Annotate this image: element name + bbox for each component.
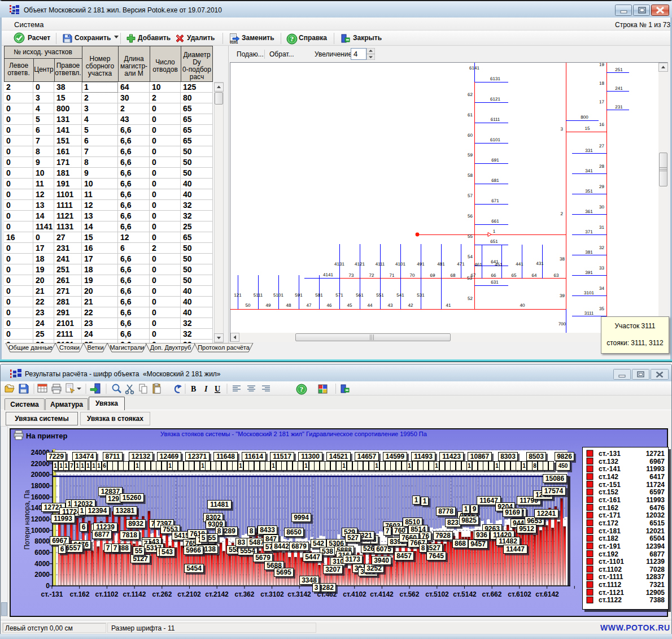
svg-text:35: 35 bbox=[599, 306, 604, 311]
svg-text:ст.-181: ст.-181 bbox=[599, 527, 621, 535]
svg-text:ст.-1111: ст.-1111 bbox=[599, 573, 623, 581]
svg-text:ст.6142: ст.6142 bbox=[535, 590, 559, 598]
svg-text:461: 461 bbox=[474, 262, 482, 267]
svg-text:6476: 6476 bbox=[649, 504, 665, 512]
svg-text:58: 58 bbox=[468, 173, 473, 178]
svg-text:48: 48 bbox=[286, 303, 291, 308]
svg-text:541: 541 bbox=[396, 293, 404, 298]
svg-text:34: 34 bbox=[599, 286, 604, 291]
svg-text:ст.-1101: ст.-1101 bbox=[599, 558, 624, 566]
svg-text:59: 59 bbox=[468, 153, 473, 158]
svg-text:12032: 12032 bbox=[646, 511, 665, 519]
svg-text:700: 700 bbox=[558, 321, 566, 327]
svg-text:671: 671 bbox=[491, 198, 499, 203]
svg-text:ст.162: ст.162 bbox=[599, 504, 618, 512]
svg-text:ст.-161: ст.-161 bbox=[599, 496, 621, 504]
svg-text:ст.152: ст.152 bbox=[599, 488, 618, 496]
svg-text:591: 591 bbox=[295, 293, 303, 298]
svg-text:ст.6102: ст.6102 bbox=[508, 590, 531, 598]
svg-text:ст.172: ст.172 bbox=[599, 519, 618, 527]
svg-text:561: 561 bbox=[356, 293, 364, 298]
svg-text:6417: 6417 bbox=[649, 473, 665, 481]
svg-text:7321: 7321 bbox=[649, 581, 665, 589]
svg-text:6877: 6877 bbox=[649, 550, 665, 558]
svg-text:451: 451 bbox=[495, 262, 503, 267]
svg-text:431: 431 bbox=[536, 261, 544, 266]
svg-text:71: 71 bbox=[390, 273, 395, 278]
svg-text:7388: 7388 bbox=[649, 596, 665, 604]
svg-text:32: 32 bbox=[599, 245, 604, 250]
svg-text:U: U bbox=[215, 385, 220, 393]
svg-text:4111: 4111 bbox=[376, 262, 385, 267]
svg-text:43: 43 bbox=[388, 303, 393, 308]
svg-text:ст.1102: ст.1102 bbox=[599, 566, 622, 573]
svg-text:38: 38 bbox=[560, 257, 565, 262]
svg-text:52: 52 bbox=[468, 296, 473, 301]
svg-text:31: 31 bbox=[599, 225, 604, 230]
svg-text:16000: 16000 bbox=[31, 493, 50, 501]
svg-text:ст.362: ст.362 bbox=[235, 590, 255, 598]
svg-text:ст.262: ст.262 bbox=[152, 590, 172, 598]
svg-text:45: 45 bbox=[347, 303, 352, 308]
svg-text:ст.182: ст.182 bbox=[599, 534, 618, 542]
svg-text:?: ? bbox=[290, 34, 294, 43]
svg-text:ст.1122: ст.1122 bbox=[599, 596, 622, 604]
svg-text:361: 361 bbox=[585, 209, 593, 214]
svg-text:4141: 4141 bbox=[323, 272, 333, 277]
svg-text:6141: 6141 bbox=[469, 66, 479, 71]
svg-text:12394: 12394 bbox=[646, 542, 665, 550]
svg-text:41: 41 bbox=[446, 303, 451, 308]
svg-text:581: 581 bbox=[315, 293, 323, 298]
svg-text:681: 681 bbox=[491, 178, 499, 183]
svg-text:54: 54 bbox=[468, 254, 473, 259]
svg-text:441: 441 bbox=[516, 262, 523, 267]
svg-text:72: 72 bbox=[369, 273, 374, 278]
svg-text:ст.-171: ст.-171 bbox=[599, 511, 621, 519]
svg-text:29: 29 bbox=[599, 184, 604, 189]
svg-text:5111: 5111 bbox=[254, 293, 263, 298]
svg-text:27: 27 bbox=[599, 144, 604, 149]
svg-text:ст.5102: ст.5102 bbox=[425, 590, 449, 598]
svg-text:6121: 6121 bbox=[490, 97, 500, 102]
svg-text:56: 56 bbox=[468, 214, 473, 219]
svg-text:55: 55 bbox=[468, 234, 473, 239]
svg-text:491: 491 bbox=[417, 262, 425, 267]
svg-text:69: 69 bbox=[430, 273, 435, 278]
svg-text:231: 231 bbox=[615, 105, 623, 110]
svg-text:ст.132: ст.132 bbox=[599, 458, 618, 466]
svg-text:57: 57 bbox=[468, 193, 473, 198]
svg-text:?: ? bbox=[300, 385, 304, 393]
svg-text:ст.1112: ст.1112 bbox=[599, 581, 622, 589]
svg-text:11239: 11239 bbox=[646, 558, 665, 566]
svg-text:50: 50 bbox=[246, 303, 251, 308]
svg-text:6111: 6111 bbox=[491, 117, 500, 122]
svg-text:70: 70 bbox=[410, 273, 415, 278]
svg-text:12905: 12905 bbox=[646, 589, 665, 597]
svg-text:18: 18 bbox=[599, 81, 604, 86]
svg-text:7028: 7028 bbox=[649, 566, 665, 573]
svg-text:62: 62 bbox=[468, 92, 473, 97]
svg-text:12000: 12000 bbox=[31, 515, 50, 523]
svg-text:33: 33 bbox=[599, 266, 604, 271]
svg-text:44: 44 bbox=[368, 303, 373, 308]
svg-text:0: 0 bbox=[46, 582, 50, 590]
svg-text:5101: 5101 bbox=[273, 293, 283, 298]
svg-text:ст.-1121: ст.-1121 bbox=[599, 589, 624, 597]
svg-text:16: 16 bbox=[599, 122, 604, 127]
svg-text:64: 64 bbox=[532, 273, 537, 278]
svg-text:2000: 2000 bbox=[34, 571, 50, 579]
svg-text:391: 391 bbox=[585, 270, 593, 275]
svg-text:3101: 3101 bbox=[584, 290, 594, 295]
svg-text:67: 67 bbox=[471, 273, 476, 278]
svg-text:ст.-131: ст.-131 bbox=[599, 450, 621, 458]
svg-text:6101: 6101 bbox=[490, 137, 500, 142]
svg-text:631: 631 bbox=[491, 280, 499, 285]
svg-text:49: 49 bbox=[266, 303, 271, 308]
svg-text:661: 661 bbox=[491, 219, 499, 224]
svg-text:10000: 10000 bbox=[31, 527, 50, 534]
svg-text:ст.-151: ст.-151 bbox=[599, 481, 621, 489]
svg-text:30: 30 bbox=[599, 205, 604, 210]
svg-text:39: 39 bbox=[560, 293, 565, 298]
svg-text:481: 481 bbox=[437, 262, 445, 267]
svg-text:ст.-141: ст.-141 bbox=[599, 465, 621, 473]
